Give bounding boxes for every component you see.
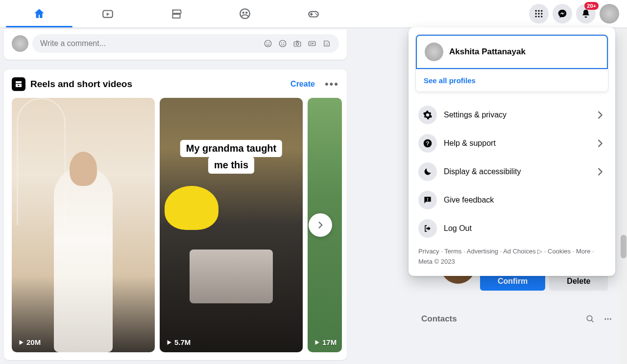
video-icon	[101, 7, 114, 20]
menu-give-feedback[interactable]: Give feedback	[415, 186, 608, 214]
comment-icons: GIF	[264, 39, 331, 48]
play-icon	[314, 339, 320, 346]
svg-point-2	[242, 12, 244, 14]
svg-rect-33	[427, 200, 428, 201]
moon-icon	[418, 162, 437, 181]
gear-icon	[418, 106, 437, 124]
chevron-right-icon	[595, 138, 605, 149]
svg-text:?: ?	[426, 140, 429, 146]
svg-point-19	[283, 43, 284, 44]
svg-point-3	[245, 12, 247, 14]
comment-input[interactable]	[40, 39, 264, 48]
chevron-right-icon	[315, 220, 325, 230]
logout-icon	[418, 219, 437, 238]
top-navigation: 20+	[0, 0, 627, 27]
reels-icon	[12, 77, 25, 91]
account-avatar[interactable]	[600, 4, 619, 23]
feed-column: GIF Reels and short videos Create •••	[4, 29, 347, 360]
menu-grid-button[interactable]	[529, 4, 549, 23]
marketplace-icon	[170, 7, 183, 20]
play-icon	[166, 339, 172, 346]
sticker-icon[interactable]	[322, 39, 331, 48]
reels-create-link[interactable]: Create	[290, 80, 315, 89]
comment-composer: GIF	[4, 29, 347, 60]
reels-next-button[interactable]	[309, 213, 332, 237]
tab-home[interactable]	[5, 0, 73, 27]
tab-marketplace[interactable]	[142, 0, 211, 27]
reel-views: 20M	[18, 338, 41, 346]
svg-point-29	[610, 318, 611, 320]
grid-icon	[534, 9, 544, 19]
messenger-icon	[557, 9, 567, 19]
search-icon[interactable]	[586, 315, 595, 323]
help-icon: ?	[418, 134, 437, 153]
gif-icon[interactable]: GIF	[308, 39, 316, 48]
chevron-right-icon	[595, 110, 605, 120]
reels-header: Reels and short videos Create •••	[12, 77, 347, 91]
nav-tabs	[5, 0, 348, 27]
reel-overlay-text: me this	[208, 157, 254, 174]
reels-title: Reels and short videos	[30, 79, 132, 90]
nav-right-controls: 20+	[529, 4, 619, 23]
menu-help-support[interactable]: ? Help & support	[415, 129, 608, 158]
svg-point-11	[535, 16, 537, 17]
profile-link[interactable]: Akshita Pattanayak	[416, 35, 608, 69]
scrollbar-thumb[interactable]	[621, 235, 627, 258]
menu-display-accessibility[interactable]: Display & accessibility	[415, 158, 608, 186]
reel-item[interactable]: 20M	[12, 98, 155, 352]
notifications-button[interactable]: 20+	[576, 4, 596, 23]
svg-point-28	[607, 318, 609, 320]
menu-log-out[interactable]: Log Out	[415, 214, 608, 243]
see-all-profiles[interactable]: See all profiles	[416, 69, 608, 91]
account-menu-footer[interactable]: Privacy · Terms · Advertising · Ad Choic…	[415, 243, 608, 269]
svg-point-15	[266, 43, 267, 44]
svg-point-10	[541, 13, 542, 14]
tab-gaming[interactable]	[279, 0, 348, 27]
svg-point-14	[265, 40, 271, 47]
comment-input-wrapper[interactable]: GIF	[32, 34, 339, 53]
svg-point-8	[535, 13, 537, 14]
groups-icon	[239, 7, 251, 20]
tab-video[interactable]	[73, 0, 142, 27]
gaming-icon	[307, 7, 320, 20]
reel-views: 5.7M	[166, 338, 191, 346]
user-avatar[interactable]	[12, 35, 28, 52]
emoji-icon[interactable]	[278, 39, 287, 48]
more-icon[interactable]	[603, 315, 612, 323]
play-icon	[18, 339, 24, 346]
messenger-button[interactable]	[553, 4, 572, 23]
profile-avatar	[425, 43, 443, 61]
svg-point-13	[541, 16, 542, 17]
avatar-sticker-icon[interactable]	[264, 39, 272, 48]
svg-point-27	[604, 318, 606, 320]
profile-name: Akshita Pattanayak	[449, 47, 526, 57]
svg-point-16	[268, 43, 269, 44]
bell-icon	[581, 9, 591, 19]
reel-item[interactable]: My grandma taught me this 5.7M	[160, 98, 303, 352]
tab-groups[interactable]	[211, 0, 279, 27]
account-menu: Akshita Pattanayak See all profiles Sett…	[409, 27, 615, 276]
feedback-icon	[418, 191, 437, 209]
svg-point-18	[281, 43, 282, 44]
svg-point-24	[326, 43, 327, 44]
contacts-title: Contacts	[421, 314, 577, 324]
reels-row: 20M My grandma taught me this 5.7M 17M	[12, 98, 347, 352]
chevron-right-icon	[595, 166, 605, 177]
svg-text:GIF: GIF	[310, 42, 315, 45]
reels-card: Reels and short videos Create ••• 20M My…	[4, 69, 347, 360]
svg-point-7	[541, 10, 542, 12]
scrollbar[interactable]: ▲	[620, 0, 627, 364]
home-icon	[33, 7, 46, 20]
reels-more-button[interactable]: •••	[325, 78, 339, 91]
menu-settings-privacy[interactable]: Settings & privacy	[415, 101, 608, 129]
svg-point-12	[538, 16, 539, 17]
svg-point-17	[279, 40, 286, 47]
reel-overlay-text: My grandma taught	[180, 140, 282, 157]
reel-views: 17M	[314, 338, 337, 346]
camera-icon[interactable]	[293, 39, 302, 48]
svg-rect-32	[427, 198, 428, 200]
contacts-header: Contacts	[421, 314, 612, 324]
profile-switcher: Akshita Pattanayak See all profiles	[415, 34, 608, 92]
svg-point-1	[240, 9, 250, 19]
svg-point-9	[538, 13, 539, 14]
